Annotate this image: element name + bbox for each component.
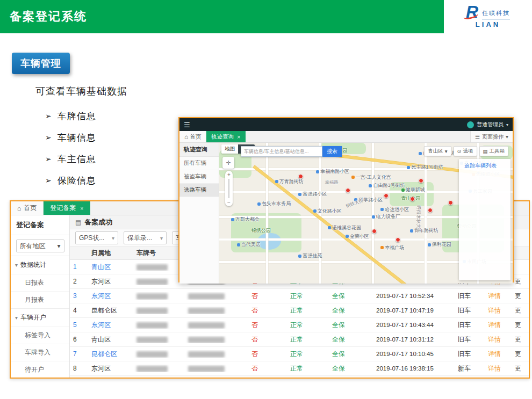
map-pan-control[interactable]: ✛: [222, 157, 234, 169]
more-link[interactable]: 更: [512, 277, 529, 286]
zoom-out-icon[interactable]: −: [227, 199, 231, 205]
region-cell[interactable]: 东河区: [88, 321, 133, 330]
table-row[interactable]: 3东河区否正常全保2019-07-17 10:52:34旧车详情更: [70, 289, 529, 303]
stolen-cell: 否: [248, 350, 287, 359]
track-sidebar-item[interactable]: 选路车辆: [179, 184, 219, 197]
close-icon[interactable]: ×: [80, 205, 83, 212]
region-cell[interactable]: 昆都仑区: [88, 350, 133, 359]
poi-dot-icon: [428, 243, 431, 246]
filter-policy-entry[interactable]: 保单录... ▾: [124, 231, 167, 244]
owner-cell: [185, 307, 248, 314]
track-screenshot: ☰ 普通管理员 ▾ ⌂ 首页 轨迹查询 × ☰ 页面操作 ▾: [178, 117, 514, 282]
slide: 备案登记系统 R 任联科技 LIAN 车辆管理 可查看车辆基础数据 ➢车牌信息➢…: [0, 0, 532, 399]
table-row[interactable]: 4昆都仑区否正常全保2019-07-17 10:47:19旧车详情更: [70, 303, 529, 318]
tab-label: 首页: [24, 204, 37, 213]
map-poi: 民主路1号街坊: [407, 164, 443, 171]
more-link[interactable]: 更: [512, 321, 529, 330]
sidebar-item[interactable]: 月报表: [11, 291, 69, 308]
feature-label: 保险信息: [57, 175, 96, 187]
poi-label: 自由路3号街坊: [373, 182, 405, 189]
map-toolbox-button[interactable]: ▤ 工具箱: [479, 146, 508, 156]
user-menu[interactable]: 普通管理员 ▾: [467, 121, 508, 128]
region-cell[interactable]: 东河区: [88, 292, 133, 301]
map-poi: 诺维溪谷花园: [328, 224, 361, 231]
track-list-panel: 追踪车辆列表: [459, 159, 511, 280]
sidebar-item[interactable]: 日报表: [11, 274, 69, 291]
map-poi: 保利花园: [428, 241, 451, 248]
tab-track-query[interactable]: 轨迹查询 ×: [206, 131, 245, 142]
detail-link[interactable]: 详情: [485, 364, 512, 373]
track-sidebar-item[interactable]: 被盗车辆: [179, 170, 219, 184]
zoom-slider[interactable]: [228, 179, 229, 198]
poi-dot-icon: [419, 152, 422, 155]
redacted-owner: [188, 293, 225, 300]
tab-registry[interactable]: 登记备案 ×: [44, 201, 90, 215]
more-link[interactable]: 更: [512, 364, 529, 373]
track-sidebar-item[interactable]: 所有车辆: [179, 157, 219, 170]
region-select[interactable]: 所有地区 ▾: [16, 240, 64, 252]
map-poi: 锦绣公园: [251, 227, 271, 234]
map-poi: 幸福南路小区: [316, 168, 349, 175]
table-row[interactable]: 8东河区否正常全保2019-07-16 19:38:15新车详情更: [70, 361, 529, 376]
menu-icon[interactable]: ☰: [184, 121, 190, 129]
chevron-down-icon: ▾: [506, 122, 508, 127]
sidebar-section-header[interactable]: ▾数据统计: [11, 256, 69, 274]
row-index: 2: [70, 278, 88, 285]
detail-link[interactable]: 详情: [485, 321, 512, 330]
map-poi: 电力设备厂: [372, 213, 400, 220]
filter-gps-status[interactable]: GPS状... ▾: [75, 231, 118, 244]
section-label: 数据统计: [20, 260, 46, 270]
region-cell[interactable]: 青山区: [88, 263, 133, 272]
sidebar-item[interactable]: 车牌导入: [11, 344, 69, 361]
page-ops-button[interactable]: ☰ 页面操作 ▾: [470, 131, 513, 142]
more-link[interactable]: 更: [512, 350, 529, 359]
map-marker-red: [372, 229, 377, 234]
map-layer-button[interactable]: 地图: [221, 144, 238, 154]
track-tab-bar: ⌂ 首页 轨迹查询 × ☰ 页面操作 ▾: [179, 131, 513, 143]
poi-dot-icon: [316, 170, 319, 173]
sidebar-item[interactable]: 待开户: [11, 361, 69, 378]
map-marker-red: [419, 178, 423, 183]
table-row[interactable]: 6青山区否正常全保2019-07-17 10:31:12旧车详情更: [70, 332, 529, 347]
map-region-select[interactable]: 青山区 ▾: [424, 146, 451, 156]
age-cell: 旧车: [455, 306, 485, 315]
feature-item: ➢车辆信息: [45, 127, 96, 148]
more-link[interactable]: 更: [512, 292, 529, 301]
poi-dot-icon: [351, 176, 355, 179]
redacted-plate: [136, 264, 168, 271]
age-cell: 旧车: [455, 350, 485, 359]
section-badge: 车辆管理: [12, 53, 70, 74]
map-canvas[interactable]: 地图 卫星 ✛ + − 车辆信息/车主信息/基站信息... 搜索 青: [219, 143, 513, 284]
detail-link[interactable]: 详情: [485, 306, 512, 315]
poi-label: 万郡大都会: [235, 216, 260, 223]
chevron-down-icon: ▾: [506, 134, 508, 140]
age-cell: 旧车: [455, 321, 485, 330]
detail-link[interactable]: 详情: [485, 350, 512, 359]
table-row[interactable]: 5东河区否正常全保2019-07-17 10:43:44旧车详情更: [70, 318, 529, 332]
table-row[interactable]: 7昆都仑区否正常全保2019-07-17 10:10:45旧车详情更: [70, 347, 529, 361]
more-link[interactable]: 更: [512, 306, 529, 315]
tab-home[interactable]: ⌂ 首页: [179, 131, 206, 142]
map-search-input[interactable]: 车辆信息/车主信息/基站信息...: [241, 146, 322, 157]
logo-wordmark: LIAN: [476, 20, 500, 28]
detail-link[interactable]: 详情: [485, 335, 512, 344]
toolbox-label: 工具箱: [490, 148, 505, 155]
map-zoom-control[interactable]: + −: [225, 171, 233, 206]
map-search-button[interactable]: 搜索: [322, 146, 342, 157]
poi-dot-icon: [380, 208, 384, 211]
close-icon[interactable]: ×: [237, 134, 240, 140]
tab-home[interactable]: ⌂ 首页: [11, 201, 44, 215]
more-link[interactable]: 更: [512, 335, 529, 344]
owner-cell: [185, 292, 248, 300]
map-marker-red: [428, 208, 433, 213]
caption-text: 可查看车辆基础数据: [35, 85, 127, 98]
sidebar-item[interactable]: 标签导入: [11, 327, 69, 344]
sidebar-section-header[interactable]: ▾车辆开户: [11, 308, 69, 327]
logo-company-name: 任联科技: [482, 9, 510, 19]
zoom-in-icon[interactable]: +: [227, 172, 231, 178]
map-poi: 富强路小区: [298, 191, 327, 198]
map-options-button[interactable]: ⊙ 选项: [454, 146, 477, 156]
chevron-down-icon: ▾: [57, 242, 60, 250]
redacted-plate: [136, 337, 168, 343]
detail-link[interactable]: 详情: [485, 292, 512, 301]
